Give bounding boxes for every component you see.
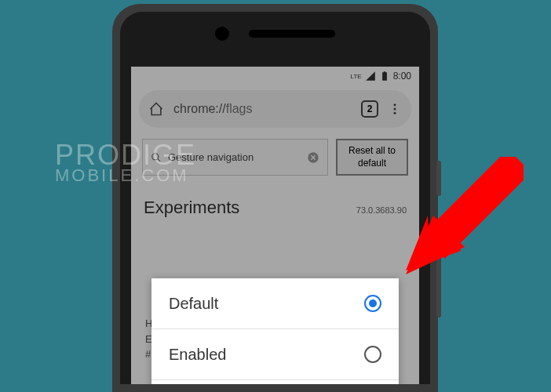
side-button-1 <box>436 161 441 196</box>
sensor-bar <box>120 12 430 55</box>
speaker-grille <box>249 30 335 38</box>
radio-selected-icon <box>364 295 381 312</box>
radio-icon <box>364 346 381 363</box>
option-dropdown: Default Enabled Disabled <box>151 278 399 384</box>
phone-frame: LTE 8:00 chrome://flags 2 Gesture naviga <box>112 4 438 392</box>
option-default[interactable]: Default <box>151 278 399 329</box>
option-enabled[interactable]: Enabled <box>151 329 399 380</box>
side-button-2 <box>436 247 441 318</box>
phone-screen: LTE 8:00 chrome://flags 2 Gesture naviga <box>131 67 419 384</box>
camera-dot <box>215 27 229 41</box>
option-disabled[interactable]: Disabled <box>151 380 399 384</box>
option-label: Enabled <box>169 346 226 364</box>
option-label: Default <box>169 295 218 313</box>
phone-inner: LTE 8:00 chrome://flags 2 Gesture naviga <box>120 12 430 384</box>
